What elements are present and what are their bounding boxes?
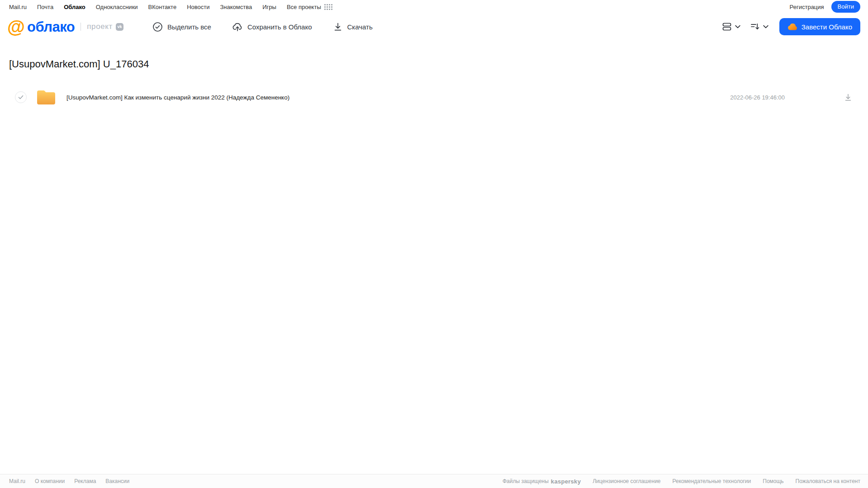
select-all-button[interactable]: Выделить все <box>152 22 211 32</box>
footer-link-license[interactable]: Лицензионное соглашение <box>593 478 660 484</box>
topnav-item-igry[interactable]: Игры <box>262 4 276 10</box>
download-label: Скачать <box>347 23 373 31</box>
kaspersky-protection: Файлы защищены kaspersky <box>503 478 581 485</box>
cloud-logo[interactable]: @ облако проект vk <box>7 18 123 36</box>
vk-icon: vk <box>116 23 123 31</box>
registration-link[interactable]: Регистрация <box>790 4 824 10</box>
save-to-cloud-label: Сохранить в Облако <box>247 23 312 31</box>
project-label: проект <box>87 22 113 31</box>
download-icon <box>844 93 853 102</box>
at-logo-icon: @ <box>7 18 25 36</box>
footer-link-about[interactable]: О компании <box>35 478 65 484</box>
kaspersky-logo[interactable]: kaspersky <box>551 478 581 485</box>
sort-icon <box>749 21 760 32</box>
header: @ облако проект vk Выделить все <box>0 13 868 41</box>
view-mode-button[interactable] <box>721 21 740 32</box>
header-right-controls: Завести Облако <box>721 18 860 35</box>
file-row[interactable]: [UsupovMarket.com] Как изменить сценарий… <box>0 85 868 109</box>
page-title: [UsupovMarket.com] U_176034 <box>9 58 868 70</box>
sort-button[interactable] <box>749 21 768 32</box>
check-circle-icon <box>152 22 163 32</box>
file-name-link[interactable]: [UsupovMarket.com] Как изменить сценарий… <box>66 94 289 101</box>
logo-text: облако <box>27 20 75 34</box>
apps-grid-icon[interactable] <box>324 4 332 10</box>
footer-right: Файлы защищены kaspersky Лицензионное со… <box>503 478 860 485</box>
chevron-down-icon <box>763 25 768 28</box>
footer: Mail.ru О компании Реклама Вакансии Файл… <box>0 474 868 488</box>
footer-link-mailru[interactable]: Mail.ru <box>9 478 25 484</box>
portal-nav: Mail.ru Почта Облако Одноклассники ВКонт… <box>0 0 868 13</box>
topnav-auth: Регистрация Войти <box>790 1 860 13</box>
login-button[interactable]: Войти <box>831 1 860 13</box>
folder-icon <box>36 89 57 106</box>
footer-link-recommendations[interactable]: Рекомендательные технологии <box>673 478 751 484</box>
save-to-cloud-button[interactable]: Сохранить в Облако <box>232 21 312 32</box>
list-view-icon <box>721 21 732 32</box>
footer-link-ads[interactable]: Реклама <box>74 478 96 484</box>
topnav-item-odnoklassniki[interactable]: Одноклассники <box>96 4 138 10</box>
topnav-item-oblako[interactable]: Облако <box>64 4 85 10</box>
topnav-item-pochta[interactable]: Почта <box>37 4 53 10</box>
chevron-down-icon <box>735 25 740 28</box>
checkmark-icon <box>18 95 24 99</box>
topnav-item-mailru[interactable]: Mail.ru <box>9 4 27 10</box>
cloud-icon <box>787 23 797 30</box>
footer-link-help[interactable]: Помощь <box>763 478 783 484</box>
get-cloud-button[interactable]: Завести Облако <box>779 18 860 35</box>
cloud-upload-icon <box>232 21 243 32</box>
file-download-button[interactable] <box>844 93 853 102</box>
topnav-item-znakomstva[interactable]: Знакомства <box>220 4 252 10</box>
all-projects-label[interactable]: Все проекты <box>287 4 321 10</box>
select-all-label: Выделить все <box>167 23 211 31</box>
protected-label: Файлы защищены <box>503 478 549 484</box>
topnav-item-vkontakte[interactable]: ВКонтакте <box>148 4 177 10</box>
topnav-item-all-projects[interactable]: Все проекты <box>287 4 332 10</box>
file-checkbox[interactable] <box>15 91 27 103</box>
logo-divider <box>81 23 81 31</box>
main-content: [UsupovMarket.com] U_176034 [UsupovMarke… <box>0 41 868 474</box>
file-modified-date: 2022-06-26 19:46:00 <box>730 94 785 101</box>
toolbar: Выделить все Сохранить в Облако Скачат <box>152 21 373 32</box>
footer-link-report[interactable]: Пожаловаться на контент <box>796 478 860 484</box>
topnav-item-novosti[interactable]: Новости <box>187 4 209 10</box>
footer-link-jobs[interactable]: Вакансии <box>105 478 129 484</box>
download-button[interactable]: Скачать <box>333 22 373 32</box>
download-icon <box>333 22 343 32</box>
get-cloud-label: Завести Облако <box>802 23 852 31</box>
